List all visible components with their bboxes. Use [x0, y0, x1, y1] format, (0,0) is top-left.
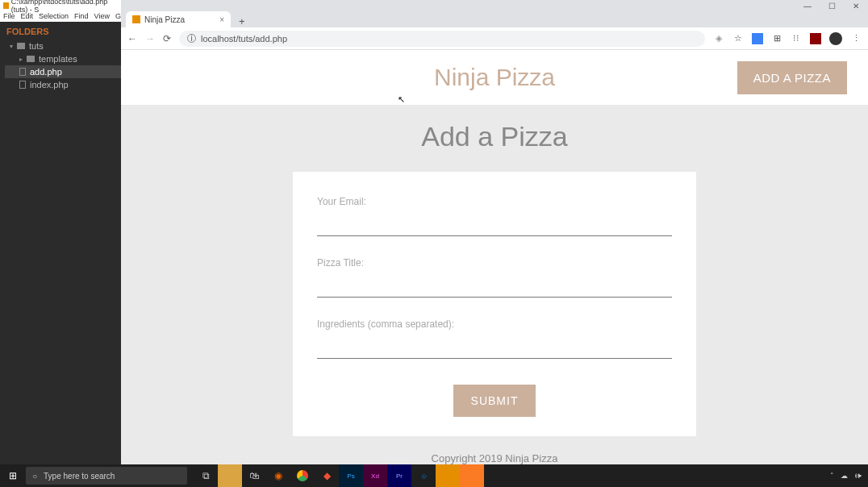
firefox-icon[interactable]: ◉	[266, 464, 290, 487]
arrow-right-icon: ▸	[19, 56, 23, 63]
file-tree: ▾ tuts ▸ templates add.php index.php	[0, 40, 121, 91]
vscode-icon[interactable]: ⟐	[411, 464, 436, 487]
tree-root[interactable]: ▾ tuts	[5, 40, 121, 52]
chrome-icon[interactable]	[290, 464, 315, 487]
reload-button[interactable]: ⟳	[163, 33, 171, 44]
tree-root-label: tuts	[29, 41, 44, 51]
editor-titlebar: C:\xampp\htdocs\tuts\add.php (tuts) - S	[0, 0, 121, 11]
sublime-icon	[3, 2, 9, 9]
tray-chevron-icon[interactable]: ˄	[830, 472, 834, 480]
sublime-icon[interactable]	[436, 464, 460, 487]
taskbar-apps: ⧉ 🛍 ◉ ◆ Ps Xd Pr ⟐	[194, 464, 484, 487]
title-input[interactable]	[317, 275, 672, 298]
search-icon: ○	[32, 472, 37, 481]
minimize-button[interactable]: —	[795, 2, 820, 10]
folder-icon	[27, 56, 35, 62]
editor-sidebar: C:\xampp\htdocs\tuts\add.php (tuts) - S …	[0, 0, 121, 487]
page-body: Add a Pizza Your Email: Pizza Title: Ing…	[121, 105, 868, 487]
task-view-icon[interactable]: ⧉	[194, 464, 218, 487]
footer-text: Copyright 2019 Ninja Pizza	[121, 452, 868, 464]
tab-title: Ninja Pizza	[144, 15, 185, 24]
menu-find[interactable]: Find	[74, 12, 89, 20]
profile-avatar[interactable]	[829, 32, 842, 45]
submit-wrap: SUBMIT	[317, 385, 672, 417]
file-icon	[19, 68, 26, 76]
email-input[interactable]	[317, 214, 672, 236]
ingredients-label: Ingredients (comma separated):	[317, 318, 672, 330]
ingredients-input[interactable]	[317, 336, 672, 359]
git-icon[interactable]: ◆	[315, 464, 339, 487]
tray-cloud-icon[interactable]: ☁	[841, 472, 848, 480]
submit-button[interactable]: SUBMIT	[453, 385, 536, 417]
tree-folder-templates[interactable]: ▸ templates	[5, 52, 121, 65]
tray-network-icon[interactable]: 🕪	[854, 472, 862, 480]
explorer-icon[interactable]	[218, 464, 242, 487]
menu-selection[interactable]: Selection	[39, 12, 69, 20]
extension-icon[interactable]: ⊞	[771, 33, 782, 44]
title-label: Pizza Title:	[317, 257, 672, 268]
extension-icon[interactable]: ◈	[713, 33, 724, 44]
extension-area: ◈ ☆ ⊞ ⁝⁝ ⋮	[713, 32, 862, 45]
extension-icon[interactable]	[810, 33, 821, 44]
add-pizza-button[interactable]: ADD A PIZZA	[737, 61, 847, 94]
file-icon	[19, 81, 26, 89]
url-text: localhost/tuts/add.php	[201, 34, 287, 44]
store-icon[interactable]: 🛍	[242, 464, 266, 487]
forward-button[interactable]: →	[145, 33, 155, 44]
search-placeholder: Type here to search	[44, 472, 115, 481]
window-controls: — ☐ ✕	[121, 0, 868, 11]
folder-icon	[17, 43, 25, 49]
extension-icon[interactable]: ⁝⁝	[791, 33, 802, 44]
site-header: Ninja Pizza ADD A PIZZA	[121, 50, 868, 105]
photoshop-icon[interactable]: Ps	[339, 464, 363, 487]
brand-title: Ninja Pizza	[434, 64, 555, 91]
star-icon[interactable]: ☆	[732, 33, 744, 44]
tree-file-label: add.php	[30, 67, 62, 77]
tab-close-icon[interactable]: ×	[219, 15, 224, 24]
xd-icon[interactable]: Xd	[363, 464, 387, 487]
tree-file-label: index.php	[30, 80, 69, 89]
new-tab-button[interactable]: +	[234, 15, 250, 27]
browser-toolbar: ← → ⟳ i localhost/tuts/add.php ◈ ☆ ⊞ ⁝⁝ …	[121, 27, 868, 50]
tree-file-add[interactable]: add.php	[5, 65, 121, 78]
favicon-icon	[132, 15, 140, 23]
page-content: Ninja Pizza ADD A PIZZA Add a Pizza Your…	[121, 50, 868, 487]
taskbar-search[interactable]: ○ Type here to search	[26, 467, 187, 485]
menu-edit[interactable]: Edit	[21, 12, 34, 20]
pizza-form: Your Email: Pizza Title: Ingredients (co…	[293, 172, 696, 436]
start-button[interactable]: ⊞	[0, 464, 26, 487]
system-tray[interactable]: ˄ ☁ 🕪	[830, 472, 868, 480]
page-heading: Add a Pizza	[121, 121, 868, 152]
browser-tabbar: Ninja Pizza × +	[121, 11, 868, 27]
menu-view[interactable]: View	[94, 12, 110, 20]
tree-folder-label: templates	[39, 54, 77, 64]
email-label: Your Email:	[317, 196, 672, 207]
menu-file[interactable]: File	[3, 12, 15, 20]
site-info-icon[interactable]: i	[187, 34, 196, 43]
browser-window: — ☐ ✕ Ninja Pizza × + ← → ⟳ i localhost/…	[121, 0, 868, 487]
address-bar[interactable]: i localhost/tuts/add.php	[179, 31, 705, 47]
arrow-down-icon: ▾	[10, 43, 13, 50]
xampp-icon[interactable]	[460, 464, 484, 487]
menu-icon[interactable]: ⋮	[850, 33, 862, 44]
browser-tab[interactable]: Ninja Pizza ×	[126, 11, 231, 27]
extension-icon[interactable]	[752, 33, 763, 44]
back-button[interactable]: ←	[127, 33, 137, 44]
folders-header: FOLDERS	[0, 22, 121, 40]
close-button[interactable]: ✕	[844, 2, 868, 10]
windows-taskbar: ⊞ ○ Type here to search ⧉ 🛍 ◉ ◆ Ps Xd Pr…	[0, 464, 868, 487]
maximize-button[interactable]: ☐	[820, 2, 844, 10]
premiere-icon[interactable]: Pr	[387, 464, 411, 487]
tree-file-index[interactable]: index.php	[5, 78, 121, 91]
